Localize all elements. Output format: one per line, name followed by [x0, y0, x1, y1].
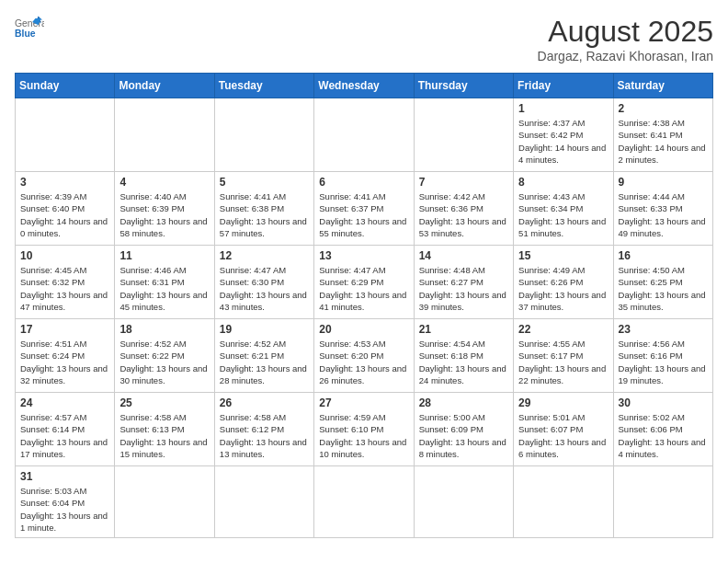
- day-number: 13: [319, 249, 408, 262]
- calendar-cell: 20Sunrise: 4:53 AM Sunset: 6:20 PM Dayli…: [314, 319, 414, 393]
- calendar-cell: 17Sunrise: 4:51 AM Sunset: 6:24 PM Dayli…: [16, 319, 115, 393]
- day-info: Sunrise: 4:51 AM Sunset: 6:24 PM Dayligh…: [20, 338, 109, 386]
- day-number: 11: [119, 249, 209, 262]
- calendar-cell: 22Sunrise: 4:55 AM Sunset: 6:17 PM Dayli…: [514, 319, 613, 393]
- day-number: 17: [20, 323, 109, 336]
- weekday-header-row: SundayMondayTuesdayWednesdayThursdayFrid…: [16, 74, 713, 98]
- calendar-cell: 4Sunrise: 4:40 AM Sunset: 6:39 PM Daylig…: [115, 172, 214, 246]
- day-info: Sunrise: 5:01 AM Sunset: 6:07 PM Dayligh…: [518, 411, 608, 460]
- day-info: Sunrise: 4:47 AM Sunset: 6:30 PM Dayligh…: [220, 264, 309, 313]
- calendar-week-row: 31Sunrise: 5:03 AM Sunset: 6:04 PM Dayli…: [16, 466, 713, 538]
- calendar-cell: 26Sunrise: 4:58 AM Sunset: 6:12 PM Dayli…: [214, 393, 313, 466]
- calendar-cell: 1Sunrise: 4:37 AM Sunset: 6:42 PM Daylig…: [514, 98, 613, 172]
- calendar-cell: [115, 98, 214, 172]
- calendar-cell: [16, 98, 115, 172]
- calendar-title: August 2025: [538, 15, 713, 49]
- day-info: Sunrise: 4:57 AM Sunset: 6:14 PM Dayligh…: [20, 411, 109, 460]
- day-number: 24: [20, 396, 109, 409]
- day-number: 15: [518, 249, 608, 262]
- calendar-week-row: 10Sunrise: 4:45 AM Sunset: 6:32 PM Dayli…: [16, 246, 713, 319]
- weekday-header-thursday: Thursday: [414, 74, 513, 98]
- day-number: 14: [419, 249, 508, 262]
- day-number: 12: [220, 249, 309, 262]
- calendar-cell: 11Sunrise: 4:46 AM Sunset: 6:31 PM Dayli…: [115, 246, 214, 319]
- calendar-table: SundayMondayTuesdayWednesdayThursdayFrid…: [15, 73, 713, 538]
- calendar-cell: [314, 98, 414, 172]
- day-number: 8: [518, 176, 608, 189]
- calendar-cell: 2Sunrise: 4:38 AM Sunset: 6:41 PM Daylig…: [613, 98, 712, 172]
- day-number: 31: [20, 470, 109, 483]
- calendar-cell: 14Sunrise: 4:48 AM Sunset: 6:27 PM Dayli…: [414, 246, 513, 319]
- day-info: Sunrise: 4:43 AM Sunset: 6:34 PM Dayligh…: [518, 190, 608, 239]
- calendar-cell: 31Sunrise: 5:03 AM Sunset: 6:04 PM Dayli…: [16, 466, 115, 538]
- weekday-header-tuesday: Tuesday: [214, 74, 313, 98]
- day-info: Sunrise: 4:39 AM Sunset: 6:40 PM Dayligh…: [20, 190, 109, 239]
- day-info: Sunrise: 4:38 AM Sunset: 6:41 PM Dayligh…: [619, 117, 708, 166]
- calendar-cell: 21Sunrise: 4:54 AM Sunset: 6:18 PM Dayli…: [414, 319, 513, 393]
- calendar-week-row: 24Sunrise: 4:57 AM Sunset: 6:14 PM Dayli…: [16, 393, 713, 466]
- calendar-week-row: 1Sunrise: 4:37 AM Sunset: 6:42 PM Daylig…: [16, 98, 713, 172]
- day-number: 28: [419, 396, 508, 409]
- day-number: 10: [20, 249, 109, 262]
- calendar-cell: [414, 98, 513, 172]
- day-info: Sunrise: 4:53 AM Sunset: 6:20 PM Dayligh…: [319, 338, 408, 386]
- weekday-header-monday: Monday: [115, 74, 214, 98]
- day-number: 29: [518, 396, 608, 409]
- svg-text:Blue: Blue: [15, 29, 36, 39]
- day-info: Sunrise: 4:58 AM Sunset: 6:12 PM Dayligh…: [220, 411, 309, 460]
- calendar-cell: 18Sunrise: 4:52 AM Sunset: 6:22 PM Dayli…: [115, 319, 214, 393]
- day-info: Sunrise: 4:59 AM Sunset: 6:10 PM Dayligh…: [319, 411, 408, 460]
- day-info: Sunrise: 4:54 AM Sunset: 6:18 PM Dayligh…: [419, 338, 508, 386]
- calendar-cell: 15Sunrise: 4:49 AM Sunset: 6:26 PM Dayli…: [514, 246, 613, 319]
- day-number: 23: [619, 323, 708, 336]
- generalblue-logo-icon: General Blue: [15, 15, 44, 40]
- day-info: Sunrise: 4:40 AM Sunset: 6:39 PM Dayligh…: [119, 190, 209, 239]
- day-info: Sunrise: 5:00 AM Sunset: 6:09 PM Dayligh…: [419, 411, 508, 460]
- calendar-cell: [214, 98, 313, 172]
- calendar-cell: 29Sunrise: 5:01 AM Sunset: 6:07 PM Dayli…: [514, 393, 613, 466]
- day-number: 25: [119, 396, 209, 409]
- day-info: Sunrise: 5:03 AM Sunset: 6:04 PM Dayligh…: [20, 485, 109, 534]
- day-info: Sunrise: 4:56 AM Sunset: 6:16 PM Dayligh…: [619, 338, 708, 386]
- weekday-header-wednesday: Wednesday: [314, 74, 414, 98]
- day-number: 18: [119, 323, 209, 336]
- calendar-cell: [613, 466, 712, 538]
- calendar-cell: 13Sunrise: 4:47 AM Sunset: 6:29 PM Dayli…: [314, 246, 414, 319]
- calendar-cell: 10Sunrise: 4:45 AM Sunset: 6:32 PM Dayli…: [16, 246, 115, 319]
- calendar-cell: [514, 466, 613, 538]
- calendar-cell: [414, 466, 513, 538]
- day-info: Sunrise: 4:41 AM Sunset: 6:37 PM Dayligh…: [319, 190, 408, 239]
- day-number: 20: [319, 323, 408, 336]
- day-number: 30: [619, 396, 708, 409]
- day-info: Sunrise: 4:55 AM Sunset: 6:17 PM Dayligh…: [518, 338, 608, 386]
- day-number: 3: [20, 176, 109, 189]
- day-info: Sunrise: 4:48 AM Sunset: 6:27 PM Dayligh…: [419, 264, 508, 313]
- calendar-cell: [115, 466, 214, 538]
- calendar-subtitle: Dargaz, Razavi Khorasan, Iran: [538, 49, 713, 63]
- day-number: 22: [518, 323, 608, 336]
- calendar-cell: 30Sunrise: 5:02 AM Sunset: 6:06 PM Dayli…: [613, 393, 712, 466]
- day-info: Sunrise: 4:46 AM Sunset: 6:31 PM Dayligh…: [119, 264, 209, 313]
- day-info: Sunrise: 4:37 AM Sunset: 6:42 PM Dayligh…: [518, 117, 608, 166]
- weekday-header-friday: Friday: [514, 74, 613, 98]
- calendar-cell: 12Sunrise: 4:47 AM Sunset: 6:30 PM Dayli…: [214, 246, 313, 319]
- day-number: 16: [619, 249, 708, 262]
- day-info: Sunrise: 4:49 AM Sunset: 6:26 PM Dayligh…: [518, 264, 608, 313]
- calendar-cell: 23Sunrise: 4:56 AM Sunset: 6:16 PM Dayli…: [613, 319, 712, 393]
- calendar-cell: [314, 466, 414, 538]
- day-number: 5: [220, 176, 309, 189]
- day-number: 19: [220, 323, 309, 336]
- calendar-week-row: 17Sunrise: 4:51 AM Sunset: 6:24 PM Dayli…: [16, 319, 713, 393]
- day-info: Sunrise: 4:52 AM Sunset: 6:22 PM Dayligh…: [119, 338, 209, 386]
- calendar-cell: 5Sunrise: 4:41 AM Sunset: 6:38 PM Daylig…: [214, 172, 313, 246]
- day-number: 6: [319, 176, 408, 189]
- calendar-cell: 3Sunrise: 4:39 AM Sunset: 6:40 PM Daylig…: [16, 172, 115, 246]
- calendar-cell: 27Sunrise: 4:59 AM Sunset: 6:10 PM Dayli…: [314, 393, 414, 466]
- calendar-cell: 19Sunrise: 4:52 AM Sunset: 6:21 PM Dayli…: [214, 319, 313, 393]
- calendar-cell: 9Sunrise: 4:44 AM Sunset: 6:33 PM Daylig…: [613, 172, 712, 246]
- header: General Blue August 2025 Dargaz, Razavi …: [15, 15, 713, 63]
- day-info: Sunrise: 4:50 AM Sunset: 6:25 PM Dayligh…: [619, 264, 708, 313]
- calendar-cell: 24Sunrise: 4:57 AM Sunset: 6:14 PM Dayli…: [16, 393, 115, 466]
- calendar-cell: [214, 466, 313, 538]
- calendar-cell: 25Sunrise: 4:58 AM Sunset: 6:13 PM Dayli…: [115, 393, 214, 466]
